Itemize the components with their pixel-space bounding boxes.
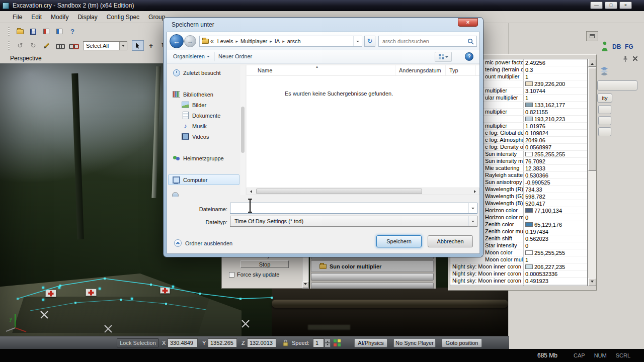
scrollbar-thumb[interactable] [241,107,245,153]
rollup-partial-tab[interactable]: ity [597,94,612,103]
property-value-cell[interactable]: 1 [524,257,587,263]
speed-field[interactable]: 1 [313,338,324,347]
column-header[interactable]: Typ [446,65,476,75]
property-value-cell[interactable]: 193,210,223 [524,116,587,122]
tree-group-bar[interactable] [311,273,434,281]
color-swatch[interactable] [525,264,533,269]
search-input[interactable] [382,38,467,44]
rollup-partial-button[interactable] [598,127,611,136]
breadcrumb-item[interactable]: Multiplayer [238,36,269,46]
filename-combobox[interactable] [230,203,477,214]
color-swatch[interactable] [525,81,533,86]
sidebar-item[interactable]: Videos [168,131,239,142]
property-grid-scrollbar[interactable] [588,59,596,286]
tree-item-row[interactable]: Sun color multiplier [311,260,434,272]
sidebar-item[interactable]: Bilder [168,100,239,110]
property-value-cell[interactable]: 0.109824 [524,130,587,136]
stop-button[interactable]: Stop [240,260,289,268]
menu-item[interactable]: File [8,12,27,22]
lock-selection-button[interactable]: Lock Selection [117,338,159,347]
toolbar-button[interactable]: ↻ [27,40,39,51]
toolbar-button[interactable] [14,26,26,37]
property-value-cell[interactable]: 0.562023 [524,236,587,242]
property-row[interactable]: Night sky: Moon inner coron 0.000532336 [450,270,587,278]
property-value-cell[interactable]: 520.417 [524,201,587,207]
toolbar-button[interactable] [27,26,39,37]
scrollbar-thumb[interactable] [256,189,422,194]
color-swatch[interactable] [525,117,533,121]
property-value-cell[interactable]: 1 [524,95,587,101]
tree-group-bar[interactable] [311,283,434,289]
color-swatch[interactable] [525,222,533,227]
flowgraph-button[interactable]: FG [625,43,633,50]
x-coordinate-field[interactable]: 330.4849 [168,338,198,347]
file-list[interactable]: ▴ NameÄnderungsdatumTyp Es wurden keine … [247,65,479,195]
menu-item[interactable]: Edit [27,12,46,22]
ai-physics-button[interactable]: AI/Physics [354,338,387,347]
property-value-cell[interactable]: 598.782 [524,194,587,200]
scroll-up-icon[interactable] [588,59,596,67]
help-button[interactable]: ? [465,52,473,61]
property-value-cell[interactable]: 206,227,235 [524,264,587,270]
save-button[interactable]: Speichern [376,235,422,247]
property-value-cell[interactable]: 255,255,255 [524,151,587,157]
maximize-button[interactable]: □ [605,2,617,9]
sidebar-item[interactable]: Zuletzt besucht [168,67,239,78]
breadcrumb-item[interactable]: arsch [285,36,303,46]
property-value-cell[interactable]: 0.3 [524,67,587,73]
sidebar-item[interactable]: Heimnetzgruppe [168,153,239,163]
rollup-partial-button[interactable] [597,80,637,90]
property-value-cell[interactable]: 1 [524,74,587,80]
scroll-down-icon[interactable] [302,282,308,288]
property-value-cell[interactable]: 0 [524,243,587,249]
breadcrumb-overflow-icon[interactable]: « [209,38,215,45]
breadcrumb-item[interactable]: IA [273,36,282,46]
pin-panel-icon[interactable] [622,55,628,62]
filetype-combobox[interactable]: Time Of Day Settings (*.tod) [230,216,477,227]
color-grid-icon[interactable] [334,339,341,346]
property-value-cell[interactable]: 76.7092 [524,158,587,164]
property-value-cell[interactable]: 65,129,176 [524,222,587,228]
sidebar-item[interactable]: Dokumente [168,110,239,121]
toolbar-button[interactable]: + [145,40,157,51]
toolbar-button[interactable] [132,40,144,51]
color-swatch[interactable] [525,152,533,156]
layers-tab-icon[interactable] [599,66,609,75]
force-sky-update-checkbox[interactable] [229,272,234,278]
toolbar-button[interactable] [53,26,65,37]
combo-dropdown-icon[interactable] [119,42,127,50]
ai-character-icon[interactable] [601,41,608,51]
property-row[interactable]: Night sky: Moon inner coron 206,227,235 [450,263,587,270]
breadcrumb-bar[interactable]: « Levels ▸ Multiplayer ▸ IA ▸ [199,36,362,47]
property-value-cell[interactable]: -0.990525 [524,179,587,186]
property-value-cell[interactable]: 3.10744 [524,88,587,94]
property-value-cell[interactable]: 12.3833 [524,165,587,171]
sidebar-item[interactable]: Computer [168,174,239,185]
property-value-cell[interactable]: 133,162,177 [524,102,587,108]
organize-button[interactable]: Organisieren [173,53,210,59]
property-value-cell[interactable]: 107,161,203 [524,285,587,287]
property-value-cell[interactable]: 2.49256 [524,60,587,66]
property-value-cell[interactable]: 255,255,255 [524,250,587,256]
property-value-cell[interactable]: 239,226,200 [524,81,587,87]
breadcrumb-item[interactable]: Levels [215,36,235,46]
property-value-cell[interactable]: 0 [524,215,587,221]
toolbar-button[interactable] [66,40,78,51]
toolbar-button[interactable] [53,40,65,51]
search-box[interactable] [378,36,477,47]
property-value-cell[interactable]: 0.0568997 [524,144,587,150]
menu-item[interactable]: Config Spec [102,12,144,22]
property-value-cell[interactable]: 0.491923 [524,278,587,284]
toolbar-button[interactable]: ? [66,26,78,37]
new-folder-button[interactable]: Neuer Ordner [218,53,252,59]
close-panel-icon[interactable] [633,56,637,61]
cancel-button[interactable]: Abbrechen [428,235,473,247]
property-value-cell[interactable]: 0.530366 [524,172,587,178]
toolbar-grip[interactable] [8,41,10,50]
filename-input[interactable] [230,205,468,211]
undock-button[interactable] [586,31,598,41]
toolbar-button[interactable] [40,40,52,51]
stepper-down-icon[interactable] [325,343,331,347]
select-all-combo[interactable]: Select All [83,41,127,50]
y-coordinate-field[interactable]: 1352.265 [208,338,237,347]
